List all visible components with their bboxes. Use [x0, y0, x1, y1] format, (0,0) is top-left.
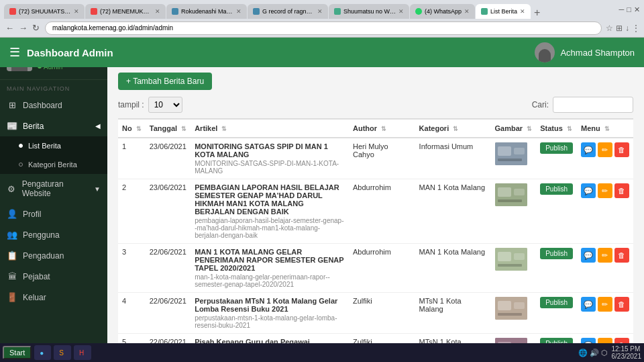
tab-close-icon[interactable]: ✕ — [155, 8, 160, 15]
sidebar-item-pengaduan[interactable]: 📋 Pengaduan — [0, 245, 107, 266]
cell-gambar — [491, 334, 537, 344]
cell-artikel: PEMBAGIAN LAPORAN HASIL BELAJAR SEMESTER… — [191, 179, 349, 244]
th-status[interactable]: Status ⇅ — [536, 119, 577, 138]
sidebar-item-profil[interactable]: 👤 Profil — [0, 203, 107, 224]
minimize-icon[interactable]: ─ — [619, 5, 625, 13]
edit-button[interactable]: ✏ — [598, 297, 612, 312]
thumbnail — [495, 248, 527, 271]
th-author[interactable]: Author ⇅ — [349, 119, 415, 138]
sidebar-section-label: MAIN NAVIGATION — [0, 80, 107, 95]
header-username: Achmad Shampton — [560, 48, 635, 58]
edit-button[interactable]: ✏ — [598, 142, 612, 157]
publish-button[interactable]: Publish — [540, 297, 573, 308]
add-berita-button[interactable]: + Tambah Berita Baru — [118, 73, 212, 90]
delete-button[interactable]: 🗑 — [614, 338, 629, 343]
th-menu[interactable]: Menu ⇅ — [577, 119, 633, 138]
th-no[interactable]: No ⇅ — [118, 119, 146, 138]
battery-icon: ⬡ — [601, 349, 608, 357]
cell-artikel: MONITORING SATGAS SPIP DI MAN 1 KOTA MAL… — [191, 138, 349, 179]
delete-button[interactable]: 🗑 — [614, 183, 629, 198]
sidebar-item-pengguna[interactable]: 👥 Pengguna — [0, 224, 107, 245]
new-tab-button[interactable]: + — [531, 7, 543, 19]
th-kategori[interactable]: Kategori ⇅ — [415, 119, 491, 138]
sidebar-item-pejabat[interactable]: 🏛 Pejabat — [0, 266, 107, 287]
sidebar-item-dashboard[interactable]: ⊞ Dashboard — [0, 95, 107, 116]
sidebar-label-dashboard: Dashboard — [23, 101, 62, 110]
taskbar-chrome[interactable]: ● — [34, 345, 51, 360]
edit-button[interactable]: ✏ — [598, 183, 612, 198]
maximize-icon[interactable]: □ — [627, 5, 631, 13]
bookmark-icon[interactable]: ⊞ — [616, 24, 623, 33]
hamburger-icon[interactable]: ☰ — [9, 45, 20, 60]
thumb-svg — [495, 142, 527, 165]
back-button[interactable]: ← — [4, 23, 15, 33]
th-tanggal[interactable]: Tanggal ⇅ — [146, 119, 191, 138]
tab-close-icon[interactable]: ✕ — [74, 8, 79, 15]
sidebar-item-kategori-berita[interactable]: Kategori Berita — [0, 155, 107, 174]
publish-button[interactable]: Publish — [540, 248, 573, 259]
search-input[interactable] — [553, 97, 633, 113]
delete-button[interactable]: 🗑 — [614, 297, 629, 312]
taskbar-start-button[interactable]: Start — [3, 346, 32, 359]
tab-ragnarok[interactable]: G record of ragnarok... ✕ — [248, 4, 328, 19]
th-gambar[interactable]: Gambar ⇅ — [491, 119, 537, 138]
chat-button[interactable]: 💬 — [581, 183, 596, 198]
cell-no: 3 — [118, 244, 146, 293]
sidebar-item-list-berita[interactable]: List Berita — [0, 136, 107, 155]
svg-rect-2 — [514, 148, 525, 154]
chrome-icon: ● — [40, 349, 44, 357]
publish-button[interactable]: Publish — [540, 142, 573, 154]
cell-kategori: MAN 1 Kota Malang — [415, 244, 491, 293]
sidebar-item-berita[interactable]: 📰 Berita ◀ — [0, 116, 107, 136]
tab-rokudenashi[interactable]: Rokudenashi Majuts... ✕ — [166, 4, 247, 19]
cell-gambar — [491, 244, 537, 293]
svg-rect-7 — [498, 199, 522, 202]
edit-button[interactable]: ✏ — [598, 338, 612, 343]
chat-button[interactable]: 💬 — [581, 297, 596, 312]
settings-icon[interactable]: ⋮ — [632, 24, 640, 33]
tab-weil[interactable]: Shuumatsu no Weil... ✕ — [329, 4, 409, 19]
sidebar-sub-berita: List Berita Kategori Berita — [0, 136, 107, 174]
tab-list: (72) SHUUMATSU N... ✕ (72) MENEMUKAN h..… — [4, 0, 616, 19]
sidebar-item-keluar[interactable]: 🚪 Keluar — [0, 287, 107, 308]
table-row: 1 23/06/2021 MONITORING SATGAS SPIP DI M… — [118, 138, 633, 179]
cell-author: Abdurrohim — [349, 179, 415, 244]
forward-button[interactable]: → — [17, 23, 29, 33]
sidebar-item-pengaturan[interactable]: ⚙ Pengaturan Website ▼ — [0, 174, 107, 203]
cell-tanggal: 22/06/2021 — [146, 244, 191, 293]
delete-button[interactable]: 🗑 — [614, 248, 629, 263]
article-slug: man-1-kota-malang-gelar-penerimaan-rapor… — [195, 273, 345, 288]
tab-close-icon[interactable]: ✕ — [520, 8, 525, 15]
tab-close-icon[interactable]: ✕ — [317, 8, 323, 15]
th-artikel[interactable]: Artikel ⇅ — [191, 119, 349, 138]
action-buttons: 💬 ✏ 🗑 — [581, 248, 629, 263]
avatar-figure — [539, 49, 551, 62]
cell-menu: 💬 ✏ 🗑 — [577, 244, 633, 293]
download-icon[interactable]: ↓ — [625, 24, 629, 33]
svg-rect-3 — [498, 159, 522, 161]
show-select[interactable]: 10 25 50 100 — [148, 97, 182, 113]
tab-list-berita[interactable]: List Berita ✕ — [476, 4, 531, 19]
taskbar-sublime[interactable]: S — [54, 345, 71, 360]
reload-button[interactable]: ↻ — [31, 23, 41, 33]
address-input[interactable] — [45, 21, 602, 35]
publish-button[interactable]: Publish — [540, 338, 573, 343]
sidebar-label-pengaturan: Pengaturan Website — [22, 179, 89, 198]
chat-button[interactable]: 💬 — [581, 248, 596, 263]
tab-menemukan[interactable]: (72) MENEMUKAN h... ✕ — [85, 4, 166, 19]
edit-button[interactable]: ✏ — [598, 248, 612, 263]
taskbar-heidisql[interactable]: H — [74, 345, 91, 360]
tab-close-icon[interactable]: ✕ — [464, 8, 470, 15]
close-icon[interactable]: ✕ — [634, 5, 640, 14]
cell-kategori: Informasi Umum — [415, 138, 491, 179]
tab-whatsapp[interactable]: (4) WhatsApp ✕ — [410, 4, 475, 19]
thumb-svg — [495, 183, 527, 206]
delete-button[interactable]: 🗑 — [614, 142, 629, 157]
chat-button[interactable]: 💬 — [581, 338, 596, 343]
tab-close-icon[interactable]: ✕ — [398, 8, 404, 15]
tab-close-icon[interactable]: ✕ — [236, 8, 241, 15]
tab-shuumatsu[interactable]: (72) SHUUMATSU N... ✕ — [4, 4, 85, 19]
star-icon[interactable]: ☆ — [606, 24, 613, 33]
publish-button[interactable]: Publish — [540, 183, 573, 195]
chat-button[interactable]: 💬 — [581, 142, 596, 157]
